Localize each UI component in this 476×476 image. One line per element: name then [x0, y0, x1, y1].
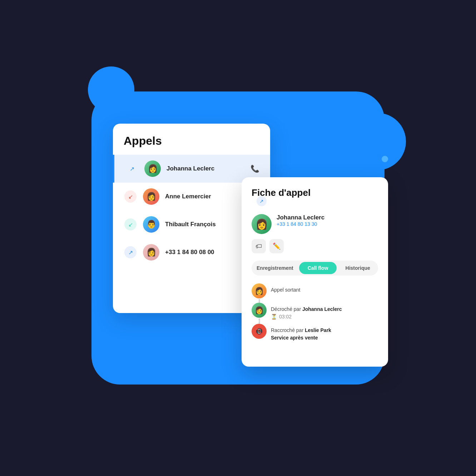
edit-icon: ✏️ — [273, 242, 281, 250]
fiche-outgoing-call-icon: ↗ — [257, 196, 267, 208]
tag-button[interactable]: 🏷 — [252, 239, 266, 253]
timeline-item-hangup: 📵 Raccroché par Leslie Park Service aprè… — [252, 324, 378, 346]
phone-icon-johanna: 📞 — [251, 164, 259, 173]
tabs-container: Enregistrement Call flow Historique — [252, 261, 378, 276]
fiche-contact-phone: +33 1 84 80 13 30 — [277, 221, 324, 227]
fiche-contact-info: Johanna Leclerc +33 1 84 80 13 30 — [277, 214, 324, 227]
svg-text:↗: ↗ — [259, 198, 264, 204]
timeline-avatar-answered: 👩 — [252, 303, 267, 318]
edit-button[interactable]: ✏️ — [269, 239, 284, 253]
timeline-bold-name-answered: Johanna Leclerc — [302, 306, 342, 312]
timeline-text-hangup: Raccroché par Leslie Park — [271, 327, 378, 334]
hangup-phone-icon: 📵 — [255, 327, 263, 335]
timeline-content-answered: Décroché par Johanna Leclerc ⏳ 03:02 — [271, 303, 378, 319]
calls-panel-title: Appels — [113, 134, 270, 155]
timeline-avatar-hangup: 📵 — [252, 324, 267, 339]
fiche-contact-avatar: 👩 — [252, 214, 272, 234]
fiche-avatar-wrap: ↗ 👩 — [252, 204, 272, 234]
timeline-avatar-outgoing: 👩 — [252, 283, 267, 298]
timeline: 👩 Appel sortant 👩 Décroché par Johanna L… — [252, 283, 378, 346]
tab-enregistrement[interactable]: Enregistrement — [253, 262, 297, 274]
timeline-text-answered: Décroché par Johanna Leclerc — [271, 306, 378, 313]
fiche-actions: 🏷 ✏️ — [252, 239, 378, 253]
timeline-duration: ⏳ 03:02 — [271, 314, 378, 319]
deco-dot-top-right — [382, 156, 388, 162]
fiche-panel: Fiche d'appel ↗ 👩 Johanna Leclerc +33 1 … — [242, 177, 388, 367]
tab-callflow[interactable]: Call flow — [299, 262, 337, 274]
deco-drip-bottom-left — [149, 342, 181, 385]
call-name-johanna: Johanna Leclerc — [167, 165, 245, 172]
avatar-thibault: 👨 — [143, 216, 159, 233]
timeline-item-answered: 👩 Décroché par Johanna Leclerc ⏳ 03:02 — [252, 303, 378, 324]
svg-text:↗: ↗ — [130, 166, 134, 172]
avatar-johanna: 👩 — [144, 160, 161, 177]
outgoing-icon-unknown: ↗ — [124, 246, 137, 259]
scene: Appels ↗ 👩 Johanna Leclerc 📞 ↙ — [77, 77, 399, 399]
outgoing-icon-johanna: ↗ — [125, 162, 139, 175]
svg-text:↙: ↙ — [128, 194, 133, 200]
svg-text:↙: ↙ — [128, 222, 133, 228]
svg-text:↗: ↗ — [128, 249, 133, 256]
timeline-subtitle-hangup: Service après vente — [271, 334, 378, 342]
avatar-unknown: 👩 — [143, 244, 159, 261]
timeline-item-outgoing: 👩 Appel sortant — [252, 283, 378, 303]
hourglass-icon: ⏳ — [271, 314, 277, 319]
fiche-panel-title: Fiche d'appel — [252, 187, 378, 198]
tab-historique[interactable]: Historique — [339, 262, 377, 274]
fiche-contact-name: Johanna Leclerc — [277, 214, 324, 221]
timeline-bold-name-hangup: Leslie Park — [305, 327, 331, 333]
incoming-missed-icon-anne: ↙ — [124, 190, 137, 203]
incoming-icon-thibault: ↙ — [124, 218, 137, 231]
deco-circle-top-right — [349, 113, 406, 170]
avatar-anne: 👩 — [143, 188, 159, 205]
timeline-content-hangup: Raccroché par Leslie Park Service après … — [271, 324, 378, 342]
timeline-content-outgoing: Appel sortant — [271, 283, 378, 294]
duration-value: 03:02 — [279, 314, 292, 319]
tag-icon: 🏷 — [256, 243, 262, 250]
timeline-text-outgoing: Appel sortant — [271, 286, 378, 294]
deco-circle-top-left — [88, 66, 134, 113]
